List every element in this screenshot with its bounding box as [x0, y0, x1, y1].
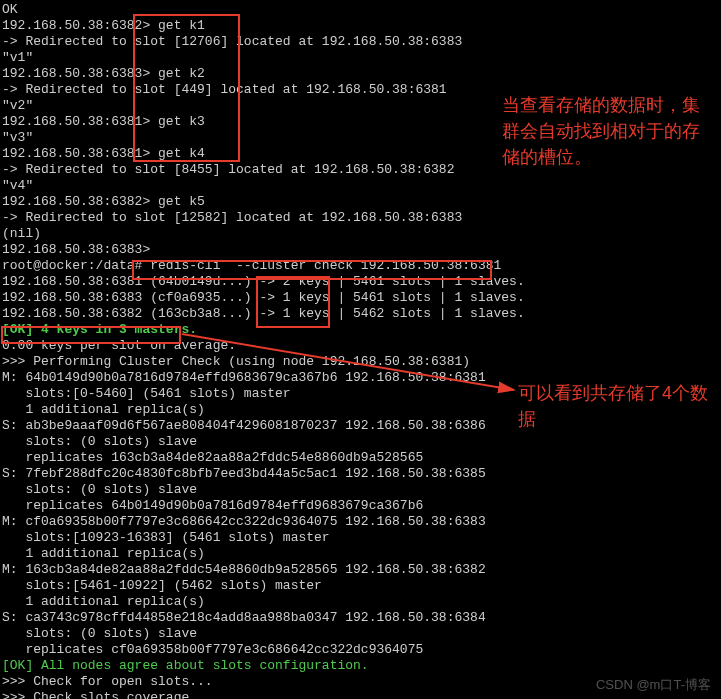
terminal-line: replicates 163cb3a84de82aa88a2fddc54e886…: [2, 450, 719, 466]
terminal-line: 192.168.50.38:6382> get k5: [2, 194, 719, 210]
terminal-line: 192.168.50.38:6383>: [2, 242, 719, 258]
terminal-line: S: ca3743c978cffd44858e218c4add8aa988ba0…: [2, 610, 719, 626]
terminal-line: 192.168.50.38:6382 (163cb3a8...) -> 1 ke…: [2, 306, 719, 322]
terminal-line: slots: (0 slots) slave: [2, 434, 719, 450]
terminal-line: "v1": [2, 50, 719, 66]
terminal-line: slots:[5461-10922] (5462 slots) master: [2, 578, 719, 594]
terminal-line: slots:[10923-16383] (5461 slots) master: [2, 530, 719, 546]
terminal-line: OK: [2, 2, 719, 18]
terminal-line: 192.168.50.38:6381 (64b0149d...) -> 2 ke…: [2, 274, 719, 290]
terminal-line: 1 additional replica(s): [2, 594, 719, 610]
terminal-line: M: 163cb3a84de82aa88a2fddc54e8860db9a528…: [2, 562, 719, 578]
terminal-line: (nil): [2, 226, 719, 242]
terminal-line: [OK] 4 keys in 3 masters.: [2, 322, 719, 338]
terminal-line: -> Redirected to slot [12582] located at…: [2, 210, 719, 226]
terminal-line: S: 7febf288dfc20c4830fc8bfb7eed3bd44a5c5…: [2, 466, 719, 482]
terminal-line: 192.168.50.38:6382> get k1: [2, 18, 719, 34]
terminal-line: slots: (0 slots) slave: [2, 482, 719, 498]
terminal-line: root@docker:/data# redis-cli --cluster c…: [2, 258, 719, 274]
terminal-line: 192.168.50.38:6383> get k2: [2, 66, 719, 82]
annotation-key-count: 可以看到共存储了4个数据: [518, 380, 718, 432]
terminal-line: replicates 64b0149d90b0a7816d9784effd968…: [2, 498, 719, 514]
terminal-line: 0.00 keys per slot on average.: [2, 338, 719, 354]
terminal-line: M: cf0a69358b00f7797e3c686642cc322dc9364…: [2, 514, 719, 530]
terminal-line: replicates cf0a69358b00f7797e3c686642cc3…: [2, 642, 719, 658]
terminal-line: 1 additional replica(s): [2, 546, 719, 562]
terminal-line: slots: (0 slots) slave: [2, 626, 719, 642]
annotation-slot-lookup: 当查看存储的数据时，集群会自动找到相对于的存储的槽位。: [502, 92, 712, 170]
terminal-line: "v4": [2, 178, 719, 194]
watermark: CSDN @m口T-博客: [596, 677, 711, 693]
terminal-line: 192.168.50.38:6383 (cf0a6935...) -> 1 ke…: [2, 290, 719, 306]
terminal-line: [OK] All nodes agree about slots configu…: [2, 658, 719, 674]
terminal-line: -> Redirected to slot [12706] located at…: [2, 34, 719, 50]
terminal-line: >>> Performing Cluster Check (using node…: [2, 354, 719, 370]
